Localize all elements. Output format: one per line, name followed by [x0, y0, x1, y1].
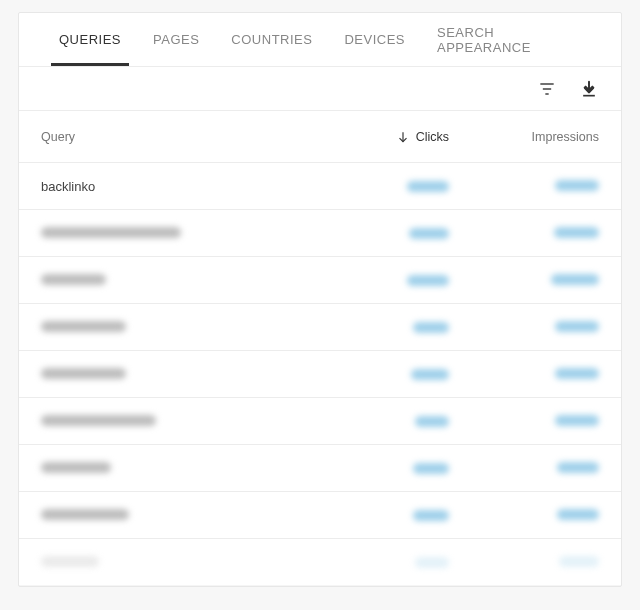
clicks-cell	[299, 322, 449, 333]
table-row[interactable]	[19, 351, 621, 398]
clicks-cell	[299, 416, 449, 427]
query-cell	[41, 461, 299, 476]
table-row[interactable]: backlinko	[19, 163, 621, 210]
clicks-cell	[299, 463, 449, 474]
tab-countries[interactable]: COUNTRIES	[231, 13, 312, 66]
tab-devices[interactable]: DEVICES	[344, 13, 405, 66]
table-header: Query Clicks Impressions	[19, 111, 621, 163]
table-row[interactable]	[19, 539, 621, 586]
column-header-query[interactable]: Query	[41, 130, 299, 144]
report-panel: QUERIES PAGES COUNTRIES DEVICES SEARCH A…	[18, 12, 622, 587]
tab-search-appearance[interactable]: SEARCH APPEARANCE	[437, 13, 581, 66]
filter-icon[interactable]	[537, 79, 557, 99]
column-header-impressions[interactable]: Impressions	[449, 130, 599, 144]
clicks-cell	[299, 275, 449, 286]
tab-bar: QUERIES PAGES COUNTRIES DEVICES SEARCH A…	[19, 13, 621, 67]
table-row[interactable]	[19, 445, 621, 492]
impressions-cell	[449, 367, 599, 382]
query-cell	[41, 367, 299, 382]
column-header-clicks[interactable]: Clicks	[299, 130, 449, 144]
query-cell	[41, 414, 299, 429]
clicks-cell	[299, 228, 449, 239]
table-row[interactable]	[19, 210, 621, 257]
query-cell	[41, 273, 299, 288]
tab-queries[interactable]: QUERIES	[59, 13, 121, 66]
clicks-cell	[299, 181, 449, 192]
table-row[interactable]	[19, 257, 621, 304]
table-row[interactable]	[19, 398, 621, 445]
toolbar	[19, 67, 621, 111]
impressions-cell	[449, 273, 599, 288]
impressions-cell	[449, 320, 599, 335]
clicks-cell	[299, 557, 449, 568]
tab-pages[interactable]: PAGES	[153, 13, 199, 66]
sort-descending-icon	[396, 130, 410, 144]
query-cell	[41, 226, 299, 241]
impressions-cell	[449, 555, 599, 570]
impressions-cell	[449, 179, 599, 194]
column-header-clicks-label: Clicks	[416, 130, 449, 144]
query-cell	[41, 508, 299, 523]
impressions-cell	[449, 461, 599, 476]
impressions-cell	[449, 508, 599, 523]
download-icon[interactable]	[579, 79, 599, 99]
query-cell: backlinko	[41, 179, 299, 194]
clicks-cell	[299, 369, 449, 380]
clicks-cell	[299, 510, 449, 521]
table-row[interactable]	[19, 492, 621, 539]
query-cell	[41, 320, 299, 335]
query-cell	[41, 555, 299, 570]
table-row[interactable]	[19, 304, 621, 351]
impressions-cell	[449, 226, 599, 241]
impressions-cell	[449, 414, 599, 429]
